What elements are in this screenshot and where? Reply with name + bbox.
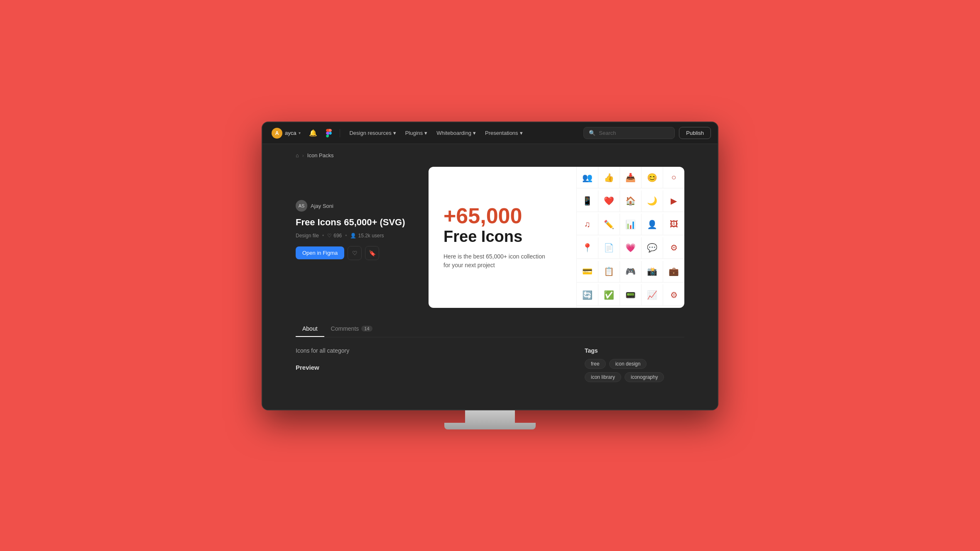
preview-big-number: +65,000 <box>443 205 561 227</box>
preview-icons-grid: 👥 👍 📥 😊 ○ 📱 ❤️ 🏠 🌙 ▶ ♫ ✏️ 📊 👤 <box>576 167 684 308</box>
comments-badge: 14 <box>361 326 372 332</box>
icon-cell: 📱 <box>577 190 598 212</box>
nav-divider <box>340 129 340 137</box>
product-layout: AS Ajay Soni Free Icons 65,000+ (SVG) De… <box>296 167 684 308</box>
monitor-stand <box>262 410 718 429</box>
meta-likes: ♡ 696 <box>327 233 342 239</box>
chevron-down-icon: ▾ <box>520 130 523 136</box>
meta-type: Design file <box>296 233 319 239</box>
username-label: ayca <box>285 130 296 136</box>
author-name[interactable]: Ajay Soni <box>311 203 333 209</box>
icon-cell: 👥 <box>577 167 598 188</box>
product-title: Free Icons 65,000+ (SVG) <box>296 217 412 229</box>
icon-cell: 🖼 <box>663 214 684 235</box>
icon-cell: 💳 <box>577 261 598 283</box>
icon-cell: 📸 <box>642 261 663 283</box>
main-content: ⌂ › Icon Packs AS Ajay Soni Free Icons 6… <box>262 144 718 410</box>
breadcrumb-separator: › <box>302 153 304 158</box>
preview-description: Here is the best 65,000+ icon collection… <box>443 252 561 270</box>
tag-icon-library[interactable]: icon library <box>585 372 621 382</box>
tag-icon-design[interactable]: icon design <box>609 359 647 369</box>
tabs-row: About Comments 14 <box>296 321 684 337</box>
user-chevron-icon: ▾ <box>299 131 301 135</box>
about-main: Icons for all category Preview <box>296 347 568 382</box>
product-info: AS Ajay Soni Free Icons 65,000+ (SVG) De… <box>296 167 412 260</box>
icon-cell: 📊 <box>620 214 642 235</box>
user-avatar: A <box>272 128 282 139</box>
users-icon: 👤 <box>350 233 356 239</box>
icon-cell: 👤 <box>642 214 663 235</box>
tab-comments[interactable]: Comments 14 <box>324 321 379 337</box>
open-figma-button[interactable]: Open in Figma <box>296 246 344 259</box>
navbar: A ayca ▾ 🔔 Design resources ▾ <box>262 122 718 144</box>
chevron-down-icon: ▾ <box>424 130 427 136</box>
heart-icon: ♡ <box>327 233 332 239</box>
icon-cell: 💗 <box>620 237 642 259</box>
chevron-down-icon: ▾ <box>393 130 396 136</box>
preview-label: Preview <box>296 364 568 371</box>
chevron-down-icon: ▾ <box>473 130 476 136</box>
nav-plugins[interactable]: Plugins ▾ <box>401 127 432 139</box>
icon-cell: ○ <box>663 167 684 188</box>
icon-cell: 🎮 <box>620 261 642 283</box>
icon-cell: ♫ <box>577 214 598 235</box>
icon-cell: ✅ <box>598 284 620 306</box>
icon-cell: ⚙ <box>663 284 684 306</box>
about-description: Icons for all category <box>296 347 568 354</box>
tag-free[interactable]: free <box>585 359 606 369</box>
breadcrumb-current: Icon Packs <box>307 152 334 158</box>
preview-card: +65,000 Free Icons Here is the best 65,0… <box>429 167 684 308</box>
user-menu[interactable]: A ayca ▾ <box>269 126 303 140</box>
stand-neck <box>465 410 515 423</box>
author-avatar: AS <box>296 200 307 212</box>
icon-cell: 📋 <box>598 261 620 283</box>
tag-iconography[interactable]: iconography <box>625 372 664 382</box>
icon-cell: 👍 <box>598 167 620 188</box>
action-row: Open in Figma ♡ 🔖 <box>296 246 412 260</box>
tags-label: Tags <box>585 347 684 354</box>
stand-base <box>444 423 536 429</box>
figma-logo[interactable] <box>323 127 335 139</box>
icon-cell: 🔄 <box>577 284 598 306</box>
publish-button[interactable]: Publish <box>679 127 711 139</box>
nav-right: 🔍 Search Publish <box>583 127 711 139</box>
bookmark-button[interactable]: 🔖 <box>365 246 379 260</box>
nav-presentations[interactable]: Presentations ▾ <box>481 127 527 139</box>
like-button[interactable]: ♡ <box>348 246 362 260</box>
tags-list: free icon design icon library iconograph… <box>585 359 684 382</box>
preview-subtitle: Free Icons <box>443 228 561 246</box>
author-row: AS Ajay Soni <box>296 200 412 212</box>
tags-sidebar: Tags free icon design icon library icono… <box>585 347 684 382</box>
nav-design-resources[interactable]: Design resources ▾ <box>345 127 400 139</box>
icon-cell: ❤️ <box>598 190 620 212</box>
icon-cell: 📄 <box>598 237 620 259</box>
icon-cell: 📈 <box>642 284 663 306</box>
nav-links: Design resources ▾ Plugins ▾ Whiteboardi… <box>345 127 580 139</box>
product-meta: Design file • ♡ 696 • 👤 15.2k users <box>296 233 412 239</box>
search-icon: 🔍 <box>589 130 595 136</box>
icon-cell: 🏠 <box>620 190 642 212</box>
icon-cell: ⚙ <box>663 237 684 259</box>
icon-cell: 📟 <box>620 284 642 306</box>
icon-cell: 📍 <box>577 237 598 259</box>
breadcrumb-home[interactable]: ⌂ <box>296 152 299 158</box>
tab-about[interactable]: About <box>296 321 324 337</box>
icon-cell: 🌙 <box>642 190 663 212</box>
icon-cell: 📥 <box>620 167 642 188</box>
notification-bell-icon[interactable]: 🔔 <box>306 127 320 139</box>
icon-cell: 💬 <box>642 237 663 259</box>
nav-whiteboarding[interactable]: Whiteboarding ▾ <box>432 127 480 139</box>
breadcrumb: ⌂ › Icon Packs <box>296 152 684 158</box>
icon-cell: 💼 <box>663 261 684 283</box>
icon-cell: ▶ <box>663 190 684 212</box>
meta-users: 👤 15.2k users <box>350 233 384 239</box>
icon-cell: 😊 <box>642 167 663 188</box>
search-placeholder: Search <box>599 130 616 136</box>
about-section: Icons for all category Preview Tags free… <box>296 347 684 382</box>
search-bar[interactable]: 🔍 Search <box>583 127 675 139</box>
icon-cell: ✏️ <box>598 214 620 235</box>
preview-left: +65,000 Free Icons Here is the best 65,0… <box>429 167 576 308</box>
